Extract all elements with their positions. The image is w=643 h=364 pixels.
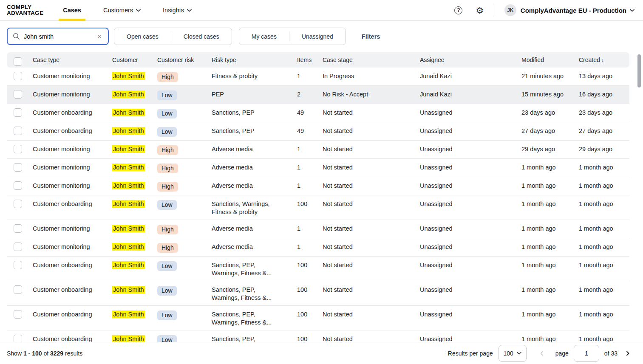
page-number-input[interactable] [574, 345, 599, 362]
cell-case-type: Customer onboarding [33, 104, 112, 122]
open-cases-button[interactable]: Open cases [114, 28, 171, 45]
cell-modified: 1 month ago [521, 281, 579, 305]
cell-modified: 1 month ago [521, 159, 579, 177]
col-header-case-stage[interactable]: Case stage [323, 56, 420, 63]
customer-name-highlight[interactable]: John Smith [112, 286, 145, 293]
table-row[interactable]: Customer onboarding John Smith Low Sanct… [7, 281, 629, 306]
col-header-modified[interactable]: Modified [521, 56, 579, 63]
customer-name-highlight[interactable]: John Smith [112, 310, 145, 318]
row-checkbox[interactable] [14, 127, 22, 135]
table-row[interactable]: Customer monitoring John Smith High Adve… [7, 238, 629, 257]
cell-assignee: Unassigned [420, 238, 521, 256]
org-switcher[interactable]: ComplyAdvantage EU - Production [521, 7, 626, 14]
previous-page-icon[interactable] [539, 351, 544, 356]
col-header-case-type[interactable]: Case type [33, 56, 112, 63]
table-row[interactable]: Customer onboarding John Smith Low Sanct… [7, 257, 629, 281]
customer-name-highlight[interactable]: John Smith [112, 164, 145, 171]
cell-modified: 29 days ago [521, 141, 579, 158]
customer-name-highlight[interactable]: John Smith [112, 72, 145, 80]
row-checkbox[interactable] [14, 243, 22, 251]
cell-risk-type: Sanctions, PEP [212, 122, 297, 140]
cell-customer-risk: Low [157, 122, 212, 140]
nav-tab-cases[interactable]: Cases [58, 0, 86, 21]
customer-name-highlight[interactable]: John Smith [112, 127, 145, 135]
table-row[interactable]: Customer onboarding John Smith Low Sanct… [7, 104, 629, 122]
col-header-assignee[interactable]: Assignee [420, 56, 521, 63]
row-checkbox[interactable] [14, 224, 22, 233]
comply-advantage-logo[interactable]: COMPLY ADVANTAGE [7, 4, 43, 16]
table-row[interactable]: Customer monitoring John Smith Low PEP 2… [7, 86, 629, 104]
table-row[interactable]: Customer onboarding John Smith Low Sanct… [7, 195, 629, 220]
row-checkbox[interactable] [14, 72, 22, 80]
results-per-page-label: Results per page [448, 350, 493, 357]
row-checkbox[interactable] [14, 200, 22, 208]
cell-risk-type: Sanctions, PEP, Warnings, Fitness &... [212, 281, 297, 305]
customer-name-highlight[interactable]: John Smith [112, 200, 145, 208]
cell-modified: 1 month ago [521, 306, 579, 330]
risk-badge: Low [157, 127, 177, 137]
cell-customer-risk: High [157, 159, 212, 177]
col-header-items[interactable]: Items [297, 56, 323, 63]
closed-cases-button[interactable]: Closed cases [171, 28, 232, 45]
table-row[interactable]: Customer monitoring John Smith High Fitn… [7, 68, 629, 86]
row-checkbox[interactable] [14, 335, 22, 342]
cell-items: 100 [297, 330, 323, 342]
vertical-scrollbar[interactable] [637, 54, 641, 87]
table-row[interactable]: Customer monitoring John Smith High Adve… [7, 159, 629, 177]
cell-customer: John Smith [112, 122, 157, 140]
cell-case-stage: No Risk - Accept [323, 86, 420, 104]
cell-case-type: Customer monitoring [33, 177, 112, 195]
customer-name-highlight[interactable]: John Smith [112, 90, 145, 98]
row-checkbox[interactable] [14, 163, 22, 172]
row-checkbox[interactable] [14, 261, 22, 269]
row-checkbox[interactable] [14, 285, 22, 294]
col-header-created[interactable]: Created↓ [579, 56, 629, 63]
search-box[interactable]: ✕ [7, 28, 109, 45]
cell-customer: John Smith [112, 330, 157, 342]
col-header-customer-risk[interactable]: Customer risk [157, 56, 212, 63]
select-all-checkbox[interactable] [14, 57, 22, 66]
search-input[interactable] [24, 33, 96, 40]
customer-name-highlight[interactable]: John Smith [112, 243, 145, 251]
cell-risk-type: Adverse media [212, 159, 297, 177]
help-button[interactable]: ? [453, 5, 464, 16]
customer-name-highlight[interactable]: John Smith [112, 145, 145, 153]
cell-customer-risk: High [157, 177, 212, 195]
nav-tab-customers[interactable]: Customers [98, 0, 146, 21]
col-header-risk-type[interactable]: Risk type [212, 56, 297, 63]
table-row[interactable]: Customer monitoring John Smith High Adve… [7, 220, 629, 238]
table-row[interactable]: Customer onboarding John Smith Low Sanct… [7, 306, 629, 330]
next-page-icon[interactable] [625, 351, 630, 356]
cell-case-type: Customer onboarding [33, 330, 112, 342]
row-checkbox[interactable] [14, 310, 22, 319]
cell-items: 100 [297, 257, 323, 281]
settings-button[interactable]: ⚙ [474, 5, 485, 16]
cell-customer-risk: Low [157, 104, 212, 122]
customer-name-highlight[interactable]: John Smith [112, 109, 145, 116]
customer-name-highlight[interactable]: John Smith [112, 261, 145, 269]
row-checkbox[interactable] [14, 145, 22, 153]
table-row[interactable]: Customer monitoring John Smith High Adve… [7, 141, 629, 159]
customer-name-highlight[interactable]: John Smith [112, 225, 145, 232]
summary-results: results [65, 350, 82, 357]
table-row[interactable]: Customer onboarding John Smith Low Sanct… [7, 330, 629, 342]
table-row[interactable]: Customer onboarding John Smith Low Sanct… [7, 122, 629, 141]
customer-name-highlight[interactable]: John Smith [112, 182, 145, 189]
row-checkbox[interactable] [14, 181, 22, 190]
cell-case-type: Customer onboarding [33, 306, 112, 330]
table-row[interactable]: Customer monitoring John Smith High Adve… [7, 177, 629, 195]
filters-button[interactable]: Filters [362, 33, 380, 40]
avatar[interactable]: JK [504, 4, 516, 16]
unassigned-button[interactable]: Unassigned [289, 28, 346, 45]
chevron-down-icon[interactable] [630, 9, 635, 12]
my-cases-button[interactable]: My cases [239, 28, 289, 45]
customer-name-highlight[interactable]: John Smith [112, 335, 145, 342]
nav-tab-insights[interactable]: Insights [158, 0, 197, 21]
row-checkbox[interactable] [14, 90, 22, 99]
logo-line-2: ADVANTAGE [7, 10, 43, 16]
results-per-page-select[interactable]: 100 [499, 345, 527, 362]
col-header-customer[interactable]: Customer [112, 56, 157, 63]
row-checkbox[interactable] [14, 108, 22, 117]
clear-search-icon[interactable]: ✕ [96, 32, 103, 41]
sort-descending-icon: ↓ [601, 57, 604, 63]
